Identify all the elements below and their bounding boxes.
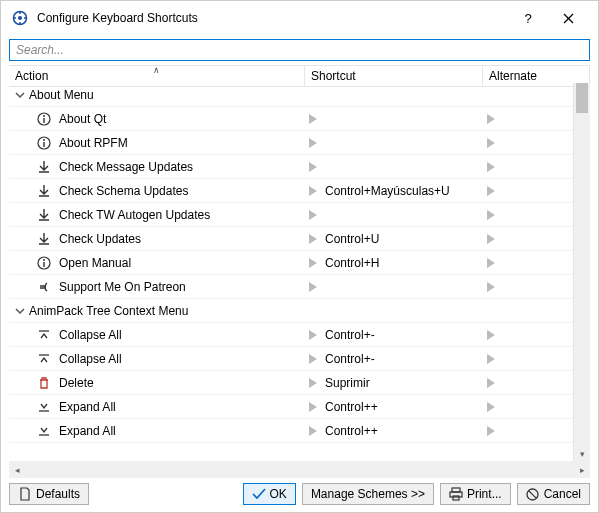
row-about-qt[interactable]: About Qt xyxy=(9,107,573,131)
row-check-schema[interactable]: Check Schema Updates Control+Mayúsculas+… xyxy=(9,179,573,203)
edit-alternate-icon[interactable] xyxy=(483,111,499,127)
shortcut-label: Control+- xyxy=(325,352,375,366)
shortcut-label: Control++ xyxy=(325,424,378,438)
help-button[interactable]: ? xyxy=(508,4,548,32)
group-animpack[interactable]: AnimPack Tree Context Menu xyxy=(9,299,573,323)
window-title: Configure Keyboard Shortcuts xyxy=(37,11,508,25)
edit-shortcut-icon[interactable] xyxy=(305,255,321,271)
scroll-right-icon[interactable]: ▸ xyxy=(574,462,590,478)
row-expand-1[interactable]: Expand All Control++ xyxy=(9,395,573,419)
chevron-down-icon[interactable] xyxy=(13,304,27,318)
group-label: About Menu xyxy=(29,88,94,102)
edit-shortcut-icon[interactable] xyxy=(305,351,321,367)
svg-point-15 xyxy=(43,259,45,261)
search-input[interactable] xyxy=(9,39,590,61)
edit-shortcut-icon[interactable] xyxy=(305,279,321,295)
edit-alternate-icon[interactable] xyxy=(483,279,499,295)
column-alternate-label: Alternate xyxy=(489,69,537,83)
print-button[interactable]: Print... xyxy=(440,483,511,505)
svg-rect-21 xyxy=(452,488,460,492)
edit-shortcut-icon[interactable] xyxy=(305,207,321,223)
horizontal-scrollbar[interactable]: ◂ ▸ xyxy=(9,461,590,478)
chevron-down-icon[interactable] xyxy=(13,88,27,102)
shortcut-label: Control+Mayúsculas+U xyxy=(325,184,450,198)
edit-shortcut-icon[interactable] xyxy=(305,327,321,343)
row-support[interactable]: Support Me On Patreon xyxy=(9,275,573,299)
row-collapse-1[interactable]: Collapse All Control+- xyxy=(9,323,573,347)
edit-alternate-icon[interactable] xyxy=(483,207,499,223)
edit-shortcut-icon[interactable] xyxy=(305,135,321,151)
scrollbar-thumb[interactable] xyxy=(576,83,588,113)
scroll-left-icon[interactable]: ◂ xyxy=(9,462,25,478)
row-check-tw[interactable]: Check TW Autogen Updates xyxy=(9,203,573,227)
edit-shortcut-icon[interactable] xyxy=(305,399,321,415)
edit-alternate-icon[interactable] xyxy=(483,375,499,391)
edit-alternate-icon[interactable] xyxy=(483,255,499,271)
print-icon xyxy=(449,487,463,501)
svg-point-1 xyxy=(18,16,22,20)
action-label: Expand All xyxy=(59,424,116,438)
row-expand-2[interactable]: Expand All Control++ xyxy=(9,419,573,443)
check-icon xyxy=(252,487,266,501)
row-check-msg[interactable]: Check Message Updates xyxy=(9,155,573,179)
edit-alternate-icon[interactable] xyxy=(483,231,499,247)
action-label: Support Me On Patreon xyxy=(59,280,186,294)
svg-line-25 xyxy=(529,490,537,498)
button-label: Cancel xyxy=(544,487,581,501)
expand-icon xyxy=(35,398,53,416)
edit-alternate-icon[interactable] xyxy=(483,135,499,151)
action-label: Open Manual xyxy=(59,256,131,270)
svg-point-9 xyxy=(43,115,45,117)
edit-alternate-icon[interactable] xyxy=(483,399,499,415)
close-button[interactable] xyxy=(548,4,588,32)
titlebar: Configure Keyboard Shortcuts ? xyxy=(1,1,598,35)
shortcut-label: Control+H xyxy=(325,256,379,270)
manage-schemes-button[interactable]: Manage Schemes >> xyxy=(302,483,434,505)
row-check-updates[interactable]: Check Updates Control+U xyxy=(9,227,573,251)
info-icon xyxy=(35,254,53,272)
info-icon xyxy=(35,134,53,152)
action-label: Check Message Updates xyxy=(59,160,193,174)
action-label: Check Schema Updates xyxy=(59,184,188,198)
row-collapse-2[interactable]: Collapse All Control+- xyxy=(9,347,573,371)
info-icon xyxy=(35,110,53,128)
edit-shortcut-icon[interactable] xyxy=(305,159,321,175)
scroll-down-icon[interactable]: ▾ xyxy=(574,446,590,462)
row-delete[interactable]: Delete Suprimir xyxy=(9,371,573,395)
collapse-icon xyxy=(35,350,53,368)
edit-alternate-icon[interactable] xyxy=(483,159,499,175)
shortcut-label: Control++ xyxy=(325,400,378,414)
edit-alternate-icon[interactable] xyxy=(483,423,499,439)
dialog-buttons: Defaults OK Manage Schemes >> Print... C… xyxy=(9,482,590,506)
group-label: AnimPack Tree Context Menu xyxy=(29,304,188,318)
edit-alternate-icon[interactable] xyxy=(483,351,499,367)
vertical-scrollbar[interactable]: ▾ xyxy=(573,83,590,462)
row-open-manual[interactable]: Open Manual Control+H xyxy=(9,251,573,275)
download-icon xyxy=(35,158,53,176)
action-label: Delete xyxy=(59,376,94,390)
edit-shortcut-icon[interactable] xyxy=(305,375,321,391)
app-icon xyxy=(11,9,29,27)
defaults-button[interactable]: Defaults xyxy=(9,483,89,505)
edit-shortcut-icon[interactable] xyxy=(305,423,321,439)
edit-shortcut-icon[interactable] xyxy=(305,111,321,127)
button-label: Defaults xyxy=(36,487,80,501)
euro-icon xyxy=(35,278,53,296)
edit-shortcut-icon[interactable] xyxy=(305,183,321,199)
button-label: Manage Schemes >> xyxy=(311,487,425,501)
svg-rect-13 xyxy=(43,142,44,147)
group-about[interactable]: About Menu xyxy=(9,83,573,107)
column-action-label: Action xyxy=(15,69,48,83)
cancel-button[interactable]: Cancel xyxy=(517,483,590,505)
collapse-icon xyxy=(35,326,53,344)
action-label: About Qt xyxy=(59,112,106,126)
sort-indicator-icon: ∧ xyxy=(153,65,160,75)
button-label: OK xyxy=(270,487,287,501)
edit-shortcut-icon[interactable] xyxy=(305,231,321,247)
edit-alternate-icon[interactable] xyxy=(483,183,499,199)
shortcut-tree[interactable]: About Menu About Qt About RPFM Check Mes… xyxy=(9,83,573,462)
edit-alternate-icon[interactable] xyxy=(483,327,499,343)
svg-rect-16 xyxy=(43,262,44,267)
ok-button[interactable]: OK xyxy=(243,483,296,505)
row-about-rpfm[interactable]: About RPFM xyxy=(9,131,573,155)
